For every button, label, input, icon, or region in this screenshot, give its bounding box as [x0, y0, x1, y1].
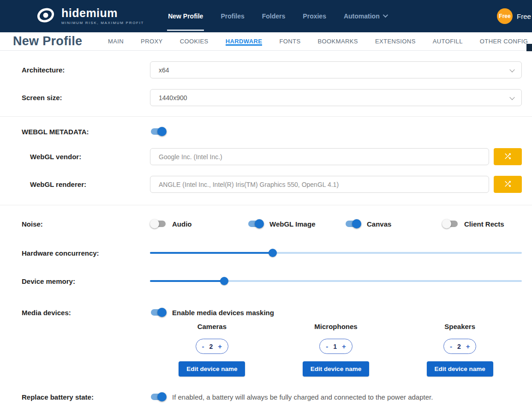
- tab-other-config[interactable]: OTHER CONFIG: [480, 32, 528, 50]
- nav-item-label: Automation: [344, 12, 380, 20]
- noise-canvas-label: Canvas: [367, 220, 391, 228]
- brand-logo[interactable]: hidemium minimum risk, maximum profit: [36, 6, 144, 27]
- device-memory-slider[interactable]: [150, 277, 522, 285]
- brand-tagline: minimum risk, maximum profit: [61, 21, 144, 25]
- profile-tabs: MAIN PROXY COOKIES HARDWARE FONTS BOOKMA…: [108, 32, 528, 50]
- nav-item-label: Profiles: [221, 12, 244, 20]
- decrement-button[interactable]: -: [450, 343, 452, 350]
- tab-bookmarks[interactable]: BOOKMARKS: [318, 32, 358, 50]
- speakers-heading: Speakers: [444, 323, 475, 330]
- webgl-renderer-label: WebGL renderer:: [22, 180, 150, 188]
- nav-item-automation[interactable]: Automation: [344, 0, 387, 32]
- nav-item-label: New Profile: [168, 12, 203, 20]
- battery-state-label: Replace battery state:: [22, 393, 150, 401]
- tab-main[interactable]: MAIN: [108, 32, 124, 50]
- top-navbar: hidemium minimum risk, maximum profit Ne…: [0, 0, 532, 32]
- increment-button[interactable]: +: [466, 343, 470, 350]
- microphones-heading: Microphones: [314, 323, 357, 330]
- cameras-count-stepper: - 2 +: [196, 339, 229, 354]
- chevron-down-icon: [509, 95, 514, 100]
- slider-thumb[interactable]: [269, 249, 277, 257]
- battery-state-description: If enabled, a battery will always be ful…: [172, 393, 433, 401]
- tab-hardware[interactable]: HARDWARE: [226, 32, 263, 50]
- free-plan-label: Free t: [517, 12, 532, 20]
- webgl-renderer-input[interactable]: [150, 176, 489, 193]
- noise-label: Noise:: [22, 220, 150, 228]
- edit-microphone-name-button[interactable]: Edit device name: [303, 361, 369, 377]
- architecture-select[interactable]: x64: [150, 61, 522, 78]
- nav-item-new-profile[interactable]: New Profile: [168, 0, 203, 32]
- shuffle-icon: [503, 152, 512, 162]
- hardware-concurrency-label: Hardware concurrency:: [22, 249, 150, 257]
- nav-item-label: Proxies: [303, 12, 326, 20]
- edit-camera-name-button[interactable]: Edit device name: [179, 361, 245, 377]
- nav-item-proxies[interactable]: Proxies: [303, 0, 326, 32]
- noise-webgl-image-toggle[interactable]: [247, 219, 264, 228]
- device-memory-label: Device memory:: [22, 277, 150, 285]
- speakers-count-value: 2: [457, 343, 461, 350]
- increment-button[interactable]: +: [342, 343, 346, 350]
- shuffle-icon: [503, 180, 512, 190]
- speakers-count-stepper: - 2 +: [443, 339, 477, 354]
- nav-links: New Profile Profiles Folders Proxies Aut…: [168, 0, 387, 32]
- hidemium-logo-icon: [36, 6, 55, 27]
- noise-canvas-toggle[interactable]: [345, 219, 361, 228]
- webgl-vendor-input[interactable]: [150, 148, 489, 165]
- cameras-count-value: 2: [209, 343, 213, 350]
- increment-button[interactable]: +: [218, 343, 222, 350]
- webgl-metadata-label: WEBGL METADATA:: [22, 128, 150, 136]
- webgl-vendor-shuffle-button[interactable]: [494, 148, 522, 165]
- cameras-heading: Cameras: [197, 323, 227, 330]
- brand-name: hidemium: [61, 7, 144, 19]
- nav-item-label: Folders: [262, 12, 286, 20]
- hardware-concurrency-slider[interactable]: [150, 249, 522, 257]
- section-divider: [0, 205, 532, 205]
- chevron-down-icon: [509, 67, 514, 72]
- free-plan-area: Free Free t: [497, 8, 532, 24]
- decrement-button[interactable]: -: [202, 343, 204, 350]
- screen-size-value: 1440x900: [159, 94, 187, 102]
- media-devices-masking-toggle[interactable]: [150, 308, 167, 317]
- chevron-down-icon: [383, 12, 388, 17]
- scrollbar-thumb[interactable]: [526, 44, 532, 51]
- screen-size-label: Screen size:: [22, 94, 150, 102]
- microphones-count-stepper: - 1 +: [319, 339, 353, 354]
- noise-client-rects-toggle[interactable]: [442, 219, 459, 228]
- battery-state-toggle[interactable]: [150, 392, 167, 401]
- noise-audio-toggle[interactable]: [150, 219, 167, 228]
- edit-speaker-name-button[interactable]: Edit device name: [427, 361, 493, 377]
- hardware-form: Architecture: x64 Screen size: 1440x900 …: [0, 51, 532, 402]
- webgl-metadata-toggle[interactable]: [150, 127, 167, 136]
- noise-audio-label: Audio: [172, 220, 192, 228]
- noise-client-rects-label: Client Rects: [464, 220, 504, 228]
- media-devices-label: Media devices:: [22, 309, 150, 317]
- architecture-label: Architecture:: [22, 66, 150, 74]
- microphones-count-value: 1: [333, 343, 337, 350]
- tab-autofill[interactable]: AUTOFILL: [433, 32, 463, 50]
- tab-fonts[interactable]: FONTS: [279, 32, 300, 50]
- tab-proxy[interactable]: PROXY: [141, 32, 163, 50]
- decrement-button[interactable]: -: [326, 343, 328, 350]
- nav-item-folders[interactable]: Folders: [262, 0, 286, 32]
- page-title: New Profile: [13, 34, 108, 48]
- tab-extensions[interactable]: EXTENSIONS: [375, 32, 416, 50]
- noise-webgl-image-label: WebGL Image: [269, 220, 315, 228]
- section-divider: [0, 116, 532, 117]
- slider-thumb[interactable]: [220, 277, 228, 285]
- nav-item-profiles[interactable]: Profiles: [221, 0, 244, 32]
- tab-cookies[interactable]: COOKIES: [180, 32, 209, 50]
- free-badge[interactable]: Free: [497, 8, 513, 24]
- architecture-value: x64: [159, 66, 169, 74]
- media-devices-masking-label: Enable media devices masking: [172, 309, 274, 317]
- page-header: New Profile MAIN PROXY COOKIES HARDWARE …: [0, 32, 532, 51]
- screen-size-select[interactable]: 1440x900: [150, 89, 522, 106]
- webgl-vendor-label: WebGL vendor:: [22, 153, 150, 161]
- webgl-renderer-shuffle-button[interactable]: [494, 176, 522, 193]
